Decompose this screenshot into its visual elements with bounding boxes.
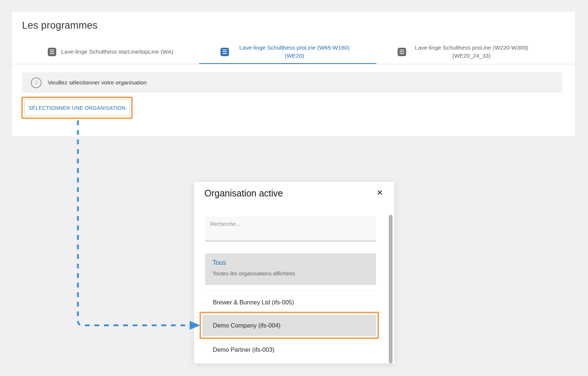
programs-card: Les programmes Lave-linge Schulthess sta… (12, 12, 575, 136)
all-option-description: Toutes les organisations affichées (212, 270, 369, 276)
search-input[interactable] (205, 217, 376, 241)
list-item-all[interactable]: Tous Toutes les organisations affichées (205, 253, 376, 285)
page-title: Les programmes (22, 20, 97, 31)
list-icon (48, 48, 56, 56)
select-organisation-button[interactable]: SÉLECTIONNER UNE ORGANISATION (24, 100, 130, 116)
all-option-label: Tous (212, 259, 369, 267)
tab-proline-we20[interactable]: Lave-linge Schulthess proLine (W65-W160)… (199, 40, 376, 64)
annotation-box-select-button: SÉLECTIONNER UNE ORGANISATION (21, 97, 133, 119)
info-icon: i (31, 77, 42, 88)
program-tabs: Lave-linge Schulthess starLine/topLine (… (22, 40, 553, 64)
close-icon[interactable]: ✕ (376, 189, 383, 196)
list-divider (205, 290, 376, 290)
info-message: Veuillez sélectionner votre organisation (48, 79, 147, 86)
list-icon (220, 48, 229, 56)
tab-label: Lave-linge Schulthess starLine/topLine (… (61, 48, 173, 56)
list-item-organisation[interactable]: Demo Company (ifs-004) (202, 315, 376, 336)
tab-proline-we20-24-33[interactable]: Lave-linge Schulthess proLine (W220-W300… (376, 40, 553, 64)
tab-starline-topline[interactable]: Lave-linge Schulthess starLine/topLine (… (22, 40, 199, 64)
organisation-modal: Organisation active ✕ Tous Toutes les or… (194, 182, 394, 364)
annotation-box-demo-company: Demo Company (ifs-004) (200, 312, 379, 339)
list-item-organisation[interactable]: Brewer & Bunney Ltd (ifs-005) (205, 293, 376, 311)
list-icon (398, 48, 406, 56)
modal-title: Organisation active (204, 188, 283, 199)
tabs-divider (12, 64, 575, 64)
tab-label: Lave-linge Schulthess proLine (W220-W300… (411, 44, 532, 60)
info-banner: i Veuillez sélectionner votre organisati… (22, 72, 562, 93)
scrollbar-thumb[interactable] (389, 215, 392, 364)
tab-label: Lave-linge Schulthess proLine (W65-W160)… (234, 44, 355, 60)
list-item-organisation[interactable]: Demo Partner (ifs-003) (205, 340, 376, 359)
